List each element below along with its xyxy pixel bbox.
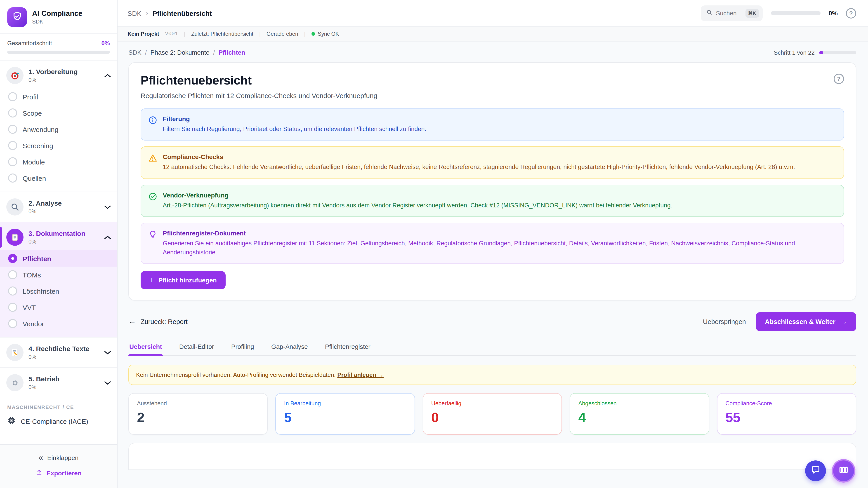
stat-card-ueberfaellig: Ueberfaellig 0 xyxy=(423,393,562,435)
radio-icon[interactable] xyxy=(8,125,17,134)
breadcrumb: SDK › Pflichtenübersicht xyxy=(127,9,212,17)
export-button[interactable]: Exportieren xyxy=(0,465,117,481)
stat-card-compliance-score: Compliance-Score 55 xyxy=(717,393,856,435)
help-icon[interactable]: ? xyxy=(846,8,856,18)
nav-section-betrieb: 5. Betrieb 0% xyxy=(0,368,117,398)
warning-note-compliance-checks: Compliance-Checks 12 automatische Checks… xyxy=(141,147,844,179)
add-pflicht-button[interactable]: + Pflicht hinzufuegen xyxy=(141,271,226,289)
tab-detail-editor[interactable]: Detail-Editor xyxy=(178,342,215,355)
nav-section-label: 1. Vorbereitung xyxy=(29,68,78,75)
next-section-card-partial xyxy=(128,443,856,470)
chevron-up-icon xyxy=(104,71,111,79)
nav-section-label: 3. Dokumentation xyxy=(29,230,86,237)
page-breadcrumb: SDK / Phase 2: Dokumente / Pflichten xyxy=(128,49,245,56)
app-logo xyxy=(7,7,27,27)
radio-icon[interactable] xyxy=(8,319,17,328)
page-breadcrumb-current: Pflichten xyxy=(219,49,245,56)
nav-section-vorbereitung: 1. Vorbereitung 0% Profil Scope Anwendun… xyxy=(0,61,117,192)
app-window: AI Compliance SDK Gesamtfortschritt 0% 1… xyxy=(0,0,868,488)
nav-section-header-analyse[interactable]: 2. Analyse 0% xyxy=(0,195,117,219)
overall-progress-bar xyxy=(7,51,110,54)
radio-selected-icon[interactable] xyxy=(8,254,17,263)
finish-and-next-button[interactable]: Abschliessen & Weiter → xyxy=(756,313,856,331)
radio-icon[interactable] xyxy=(8,92,17,101)
profil-anlegen-link[interactable]: Profil anlegen → xyxy=(337,372,383,379)
step-progress-bar xyxy=(819,51,856,54)
chat-fab-button[interactable] xyxy=(805,460,826,481)
profile-warning-banner: Kein Unternehmensprofil vorhanden. Auto-… xyxy=(128,365,856,385)
nav-section-header-vorbereitung[interactable]: 1. Vorbereitung 0% xyxy=(0,63,117,88)
radio-icon[interactable] xyxy=(8,108,17,118)
warning-triangle-icon xyxy=(148,154,157,172)
keyboard-shortcut-badge: ⌘K xyxy=(745,9,759,18)
sidebar-item-anwendung[interactable]: Anwendung xyxy=(0,121,117,137)
header-progress-value: 0% xyxy=(829,9,838,17)
info-note-filterung: Filterung Filtern Sie nach Regulierung, … xyxy=(141,108,844,141)
radio-icon[interactable] xyxy=(8,287,17,295)
page-breadcrumb-root[interactable]: SDK xyxy=(128,49,142,56)
nav-section-header-betrieb[interactable]: 5. Betrieb 0% xyxy=(0,370,117,395)
search-input[interactable]: Suchen... ⌘K xyxy=(701,5,763,21)
collapse-icon: « xyxy=(39,454,43,462)
sidebar-item-profil[interactable]: Profil xyxy=(0,89,117,105)
radio-icon[interactable] xyxy=(8,157,17,166)
sidebar-item-loeschfristen[interactable]: Löschfristen xyxy=(0,283,117,299)
sidebar-item-ce-compliance[interactable]: CE-Compliance (IACE) xyxy=(0,413,117,433)
stat-card-ausstehend: Ausstehend 2 xyxy=(128,393,268,435)
sidebar-nav: 1. Vorbereitung 0% Profil Scope Anwendun… xyxy=(0,61,117,444)
nav-section-header-dokumentation[interactable]: 3. Dokumentation 0% xyxy=(0,225,117,250)
radio-icon[interactable] xyxy=(8,270,17,279)
card-help-icon[interactable]: ? xyxy=(834,74,844,84)
skip-button[interactable]: Ueberspringen xyxy=(703,318,746,326)
app-subtitle: SDK xyxy=(32,19,82,25)
info-circle-icon xyxy=(148,116,157,134)
tab-bar: Uebersicht Detail-Editor Profiling Gap-A… xyxy=(128,342,856,356)
chevron-down-icon xyxy=(104,379,111,387)
tab-profiling[interactable]: Profiling xyxy=(230,342,255,355)
topbar: SDK › Pflichtenübersicht Suchen... ⌘K 0%… xyxy=(118,0,868,27)
header-progress-bar xyxy=(771,11,820,15)
tab-uebersicht[interactable]: Uebersicht xyxy=(128,342,163,355)
shield-check-icon xyxy=(12,11,23,24)
arrow-right-icon: → xyxy=(840,318,847,326)
sidebar-item-scope[interactable]: Scope xyxy=(0,105,117,121)
radio-icon[interactable] xyxy=(8,173,17,183)
sidebar-item-toms[interactable]: TOMs xyxy=(0,267,117,283)
main-area: SDK › Pflichtenübersicht Suchen... ⌘K 0%… xyxy=(118,0,868,488)
sidebar-item-pflichten[interactable]: Pflichten xyxy=(0,250,117,267)
breadcrumb-root[interactable]: SDK xyxy=(127,9,142,17)
sidebar-item-quellen[interactable]: Quellen xyxy=(0,170,117,186)
sidebar-item-screening[interactable]: Screening xyxy=(0,137,117,154)
nav-section-dokumentation: 3. Dokumentation 0% Pflichten TOMs Lösch… xyxy=(0,222,117,337)
board-view-fab-button[interactable] xyxy=(832,459,855,483)
cpu-icon xyxy=(7,416,16,427)
sidebar-item-vvt[interactable]: VVT xyxy=(0,299,117,315)
content-area: SDK / Phase 2: Dokumente / Pflichten Sch… xyxy=(118,41,868,488)
tab-pflichtenregister[interactable]: Pflichtenregister xyxy=(324,342,371,355)
search-icon xyxy=(706,9,712,17)
collapse-sidebar-button[interactable]: « Einklappen xyxy=(0,450,117,465)
tab-gap-analyse[interactable]: Gap-Analyse xyxy=(270,342,309,355)
breadcrumb-current: Pflichtenübersicht xyxy=(153,9,212,17)
tip-note-pflichtenregister: Pflichtenregister-Dokument Generieren Si… xyxy=(141,223,844,264)
back-button[interactable]: ← Zurueck: Report xyxy=(128,318,188,326)
chevron-down-icon xyxy=(104,203,111,211)
sidebar-item-module[interactable]: Module xyxy=(0,154,117,170)
sidebar-item-vendor[interactable]: Vendor xyxy=(0,315,117,332)
check-circle-icon xyxy=(148,192,157,210)
search-placeholder: Suchen... xyxy=(716,10,742,17)
nav-section-percent: 0% xyxy=(29,238,99,245)
nav-section-percent: 0% xyxy=(29,77,99,83)
page-subtitle: Regulatorische Pflichten mit 12 Complian… xyxy=(141,92,377,99)
nav-section-header-rechtliche-texte[interactable]: 4. Rechtliche Texte 0% xyxy=(0,340,117,365)
app-title-block: AI Compliance SDK xyxy=(32,9,82,25)
sync-ok-dot-icon xyxy=(311,32,315,36)
sync-status: Sync OK xyxy=(311,31,339,37)
magnifier-icon xyxy=(6,198,24,216)
radio-icon[interactable] xyxy=(8,141,17,150)
nav-section-rechtliche-texte: 4. Rechtliche Texte 0% xyxy=(0,337,117,368)
page-title: Pflichtenuebersicht xyxy=(141,74,377,88)
page-breadcrumb-phase[interactable]: Phase 2: Dokumente xyxy=(150,49,210,56)
radio-icon[interactable] xyxy=(8,303,17,312)
upload-icon xyxy=(35,469,42,477)
